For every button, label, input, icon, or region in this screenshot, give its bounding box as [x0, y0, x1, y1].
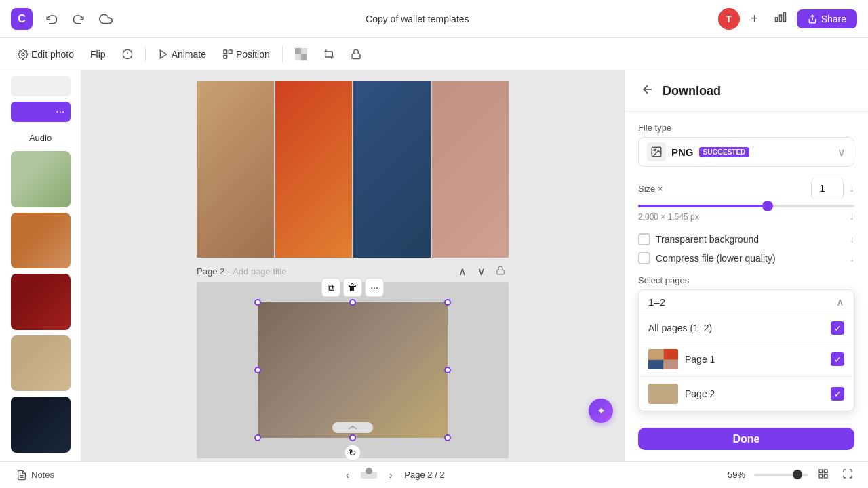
file-type-dropdown[interactable]: PNG SUGGESTED ∨	[638, 137, 854, 167]
edit-photo-button[interactable]: Edit photo	[11, 45, 81, 64]
all-pages-option[interactable]: All pages (1–2) ✓	[639, 314, 854, 342]
page-scroll-thumb	[366, 468, 372, 474]
svg-rect-12	[295, 48, 301, 54]
photo-delete-button[interactable]: 🗑	[343, 278, 362, 297]
add-collaborator-button[interactable]: +	[745, 9, 764, 28]
photo-copy-button[interactable]: ⧉	[321, 278, 340, 297]
next-page-button[interactable]: ›	[382, 467, 399, 483]
zoom-value: 59%	[724, 470, 749, 480]
sidebar-thumb-3[interactable]	[11, 274, 71, 330]
main-area: ··· Audio Page 2 - Add page title	[0, 70, 868, 461]
panel-title: Download	[663, 84, 721, 98]
compress-checkbox[interactable]	[638, 252, 650, 264]
handle-top[interactable]	[349, 299, 356, 306]
canvas-page-1[interactable]	[197, 81, 509, 258]
size-download-icon[interactable]: ↓	[849, 182, 854, 195]
size-input[interactable]	[811, 178, 844, 199]
sidebar-thumb-2[interactable]	[11, 213, 71, 269]
position-button[interactable]: Position	[216, 45, 277, 64]
size-slider-track[interactable]	[638, 205, 854, 207]
sidebar-thumb-5[interactable]	[11, 396, 71, 453]
toolbar: Edit photo Flip Animate Position	[0, 38, 868, 70]
handle-right[interactable]	[444, 367, 451, 373]
sidebar-purple-item[interactable]: ···	[11, 102, 71, 122]
page-expand-button[interactable]: ∨	[473, 263, 490, 279]
page-lock-button[interactable]	[492, 263, 509, 279]
page2-photo-container[interactable]: ⧉ 🗑 ··· ↻	[258, 302, 448, 438]
cloud-save-button[interactable]	[95, 8, 117, 30]
rotate-handle[interactable]: ↻	[344, 445, 361, 461]
pages-dropdown[interactable]: ∧ All pages (1–2) ✓	[638, 289, 854, 411]
svg-rect-15	[301, 54, 307, 60]
svg-point-19	[654, 149, 655, 150]
bottombar-center: ‹ › Page 2 / 2	[65, 467, 719, 483]
size-dims-download-icon[interactable]: ↓	[849, 210, 854, 222]
notes-button[interactable]: Notes	[11, 467, 60, 483]
prev-page-button[interactable]: ‹	[339, 467, 355, 483]
ai-button-container: ✦	[589, 399, 613, 423]
handle-top-left[interactable]	[254, 299, 261, 306]
ai-button[interactable]: ✦	[589, 399, 613, 423]
canvas-area: Page 2 - Add page title ∧ ∨ ⧉ 🗑	[81, 70, 624, 461]
done-button[interactable]: Done	[638, 428, 854, 450]
scroll-page-handle[interactable]	[332, 422, 373, 433]
page2-thumb	[648, 384, 678, 404]
page1-checkbox[interactable]: ✓	[831, 352, 844, 366]
topbar-right: T + Share	[718, 8, 857, 30]
fullscreen-button[interactable]	[838, 466, 857, 485]
undo-button[interactable]	[41, 8, 62, 30]
handle-bottom[interactable]	[349, 434, 356, 441]
handle-top-right[interactable]	[444, 299, 451, 306]
page-scroll-bar[interactable]	[361, 472, 377, 479]
notes-label: Notes	[31, 470, 54, 480]
handle-bottom-left[interactable]	[254, 434, 261, 441]
handle-left[interactable]	[254, 367, 261, 373]
size-slider-fill	[638, 205, 768, 207]
photo-more-button[interactable]: ···	[365, 278, 384, 297]
svg-rect-1	[779, 15, 781, 22]
page2-option[interactable]: Page 2 ✓	[639, 377, 854, 411]
all-pages-checkbox[interactable]: ✓	[831, 321, 844, 335]
pages-chevron-icon[interactable]: ∧	[836, 296, 844, 308]
animate-button[interactable]: Animate	[151, 45, 213, 64]
svg-rect-22	[819, 470, 823, 473]
transparent-bg-checkbox[interactable]	[638, 233, 650, 245]
flip-button[interactable]: Flip	[83, 45, 113, 64]
file-type-section: File type PNG SUGGESTED ∨	[638, 123, 854, 167]
sidebar-thumb-1[interactable]	[11, 151, 71, 207]
compress-download-icon[interactable]: ↓	[850, 253, 854, 264]
left-sidebar: ··· Audio	[0, 70, 81, 461]
analytics-button[interactable]	[770, 8, 791, 30]
svg-rect-25	[824, 474, 827, 478]
page-collapse-button[interactable]: ∧	[454, 263, 471, 279]
checkerboard-button[interactable]	[288, 44, 314, 64]
crop-button[interactable]	[317, 45, 341, 64]
grid-view-button[interactable]	[814, 466, 833, 485]
sidebar-audio-label: Audio	[29, 133, 52, 143]
svg-rect-23	[824, 470, 827, 473]
transparent-bg-download-icon[interactable]: ↓	[850, 234, 854, 245]
page2-checkbox[interactable]: ✓	[831, 387, 844, 401]
share-button[interactable]: Share	[797, 9, 857, 28]
size-slider-container[interactable]	[638, 205, 854, 207]
lock-button[interactable]	[344, 45, 368, 64]
compress-row: Compress file (lower quality) ↓	[638, 252, 854, 264]
redo-button[interactable]	[68, 8, 90, 30]
download-panel: Download File type PNG SUGGESTED ∨ Si	[624, 70, 868, 461]
svg-rect-2	[775, 18, 777, 22]
handle-bottom-right[interactable]	[444, 434, 451, 441]
svg-rect-0	[783, 12, 785, 22]
size-slider-thumb[interactable]	[762, 201, 773, 211]
pages-input-field[interactable]	[648, 296, 836, 308]
sidebar-thumb-4[interactable]	[11, 336, 71, 392]
page1-option[interactable]: Page 1 ✓	[639, 342, 854, 377]
page-2-add-title[interactable]: Add page title	[233, 266, 287, 277]
info-button[interactable]	[115, 45, 140, 64]
select-pages-label: Select pages	[638, 275, 854, 285]
panel-back-button[interactable]	[638, 81, 657, 100]
canvas-scroll[interactable]: Page 2 - Add page title ∧ ∨ ⧉ 🗑	[81, 70, 624, 461]
zoom-slider[interactable]	[754, 474, 808, 476]
size-label: Size ×	[638, 184, 663, 194]
page1-photo-2	[275, 81, 353, 258]
svg-rect-13	[301, 48, 307, 54]
